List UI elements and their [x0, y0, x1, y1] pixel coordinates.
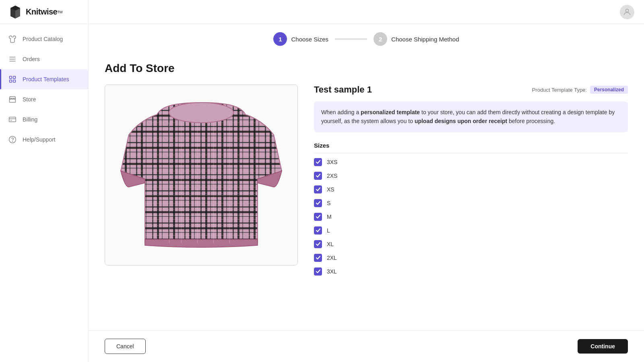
- info-text-3: before processing.: [507, 118, 555, 124]
- sidebar: Knitwise TM Product Catalog Orders: [0, 0, 89, 362]
- check-icon: [316, 255, 321, 260]
- sidebar-item-billing-label: Billing: [23, 116, 37, 123]
- svg-point-15: [9, 136, 16, 143]
- store-icon: [8, 95, 17, 104]
- svg-rect-37: [229, 123, 230, 243]
- sidebar-item-orders[interactable]: Orders: [0, 49, 88, 69]
- template-icon: [8, 75, 17, 84]
- svg-point-32: [169, 103, 233, 123]
- logo-icon: [8, 5, 23, 19]
- cancel-button[interactable]: Cancel: [105, 339, 146, 354]
- size-label-l: L: [327, 227, 330, 234]
- shirt-icon: [8, 35, 17, 43]
- size-checkbox-m[interactable]: [314, 213, 322, 221]
- product-layout: Test sample 1 Product Template Type: Per…: [105, 84, 628, 276]
- check-icon: [316, 228, 321, 233]
- size-item[interactable]: 3XS: [314, 158, 628, 166]
- sidebar-item-product-catalog[interactable]: Product Catalog: [0, 29, 88, 49]
- sidebar-item-billing[interactable]: Billing: [0, 109, 88, 130]
- sidebar-nav: Product Catalog Orders: [0, 24, 88, 362]
- product-image-box: [105, 84, 298, 265]
- topbar: [89, 0, 644, 24]
- size-label-m: M: [327, 214, 332, 220]
- sizes-section: Sizes 3XS 2XS XS: [314, 142, 628, 276]
- sidebar-item-store-label: Store: [23, 96, 36, 103]
- info-text-1: When adding a: [321, 109, 361, 115]
- sizes-label: Sizes: [314, 142, 628, 153]
- check-icon: [316, 269, 321, 274]
- sidebar-item-product-templates-label: Product Templates: [23, 76, 69, 82]
- product-name-row: Test sample 1 Product Template Type: Per…: [314, 84, 628, 95]
- size-label-xs: XS: [327, 186, 334, 193]
- svg-point-16: [12, 141, 13, 142]
- size-checkbox-3xs[interactable]: [314, 158, 322, 166]
- size-checkbox-xs[interactable]: [314, 185, 322, 193]
- size-checkbox-2xl[interactable]: [314, 254, 322, 262]
- product-name: Test sample 1: [314, 84, 372, 95]
- size-label-3xl: 3XL: [327, 268, 337, 275]
- step-1-circle: 1: [273, 32, 287, 46]
- check-icon: [316, 241, 321, 247]
- brand-name: Knitwise: [26, 7, 57, 16]
- template-type-label: Product Template Type:: [532, 87, 587, 93]
- logo: Knitwise TM: [0, 0, 88, 24]
- svg-rect-36: [213, 123, 214, 243]
- size-label-2xl: 2XL: [327, 255, 337, 261]
- stepper: 1 Choose Sizes 2 Choose Shipping Method: [89, 24, 644, 52]
- check-icon: [316, 214, 321, 219]
- info-bold-1: personalized template: [361, 109, 420, 115]
- size-label-xl: XL: [327, 241, 334, 247]
- svg-rect-9: [10, 80, 12, 82]
- size-checkbox-s[interactable]: [314, 199, 322, 207]
- main-area: 1 Choose Sizes 2 Choose Shipping Method …: [89, 0, 644, 362]
- billing-icon: [8, 115, 17, 124]
- footer: Cancel Continue: [89, 330, 644, 362]
- size-checkbox-3xl[interactable]: [314, 267, 322, 276]
- user-avatar[interactable]: [620, 5, 634, 19]
- template-type-badge: Personalized: [590, 86, 628, 94]
- continue-button[interactable]: Continue: [578, 339, 628, 354]
- svg-rect-41: [145, 195, 258, 195]
- size-label-s: S: [327, 200, 330, 206]
- check-icon: [316, 159, 321, 165]
- size-label-2xs: 2XS: [327, 173, 337, 179]
- size-checkbox-2xs[interactable]: [314, 172, 322, 180]
- size-item[interactable]: M: [314, 213, 628, 221]
- page-title: Add To Store: [105, 62, 628, 75]
- size-item[interactable]: S: [314, 199, 628, 207]
- product-details: Test sample 1 Product Template Type: Per…: [314, 84, 628, 276]
- sidebar-item-product-catalog-label: Product Catalog: [23, 36, 63, 42]
- product-image: [117, 90, 286, 259]
- svg-rect-42: [145, 215, 258, 216]
- size-checkbox-xl[interactable]: [314, 240, 322, 248]
- brand-tm: TM: [57, 10, 62, 14]
- help-icon: [8, 135, 17, 144]
- svg-rect-33: [169, 123, 169, 243]
- svg-rect-40: [145, 175, 258, 175]
- info-box: When adding a personalized template to y…: [314, 101, 628, 132]
- sidebar-item-product-templates[interactable]: Product Templates: [0, 69, 88, 89]
- svg-rect-38: [145, 143, 258, 143]
- svg-rect-39: [145, 159, 258, 159]
- size-item[interactable]: 2XS: [314, 172, 628, 180]
- step-2-label: Choose Shipping Method: [391, 36, 459, 43]
- size-item[interactable]: 3XL: [314, 267, 628, 276]
- svg-point-17: [625, 9, 628, 12]
- size-item[interactable]: XL: [314, 240, 628, 248]
- step-1: 1 Choose Sizes: [273, 32, 328, 46]
- sidebar-item-help-support[interactable]: Help/Support: [0, 130, 88, 150]
- svg-rect-11: [10, 99, 16, 103]
- size-item[interactable]: XS: [314, 185, 628, 193]
- size-list: 3XS 2XS XS S: [314, 158, 628, 276]
- size-label-3xs: 3XS: [327, 159, 337, 165]
- sidebar-item-store[interactable]: Store: [0, 89, 88, 109]
- svg-rect-35: [197, 123, 198, 243]
- step-connector: [335, 39, 367, 39]
- size-item[interactable]: 2XL: [314, 254, 628, 262]
- template-type-row: Product Template Type: Personalized: [532, 86, 628, 94]
- sidebar-item-orders-label: Orders: [23, 56, 40, 62]
- orders-icon: [8, 55, 17, 64]
- svg-rect-34: [181, 123, 182, 243]
- size-checkbox-l[interactable]: [314, 226, 322, 234]
- size-item[interactable]: L: [314, 226, 628, 234]
